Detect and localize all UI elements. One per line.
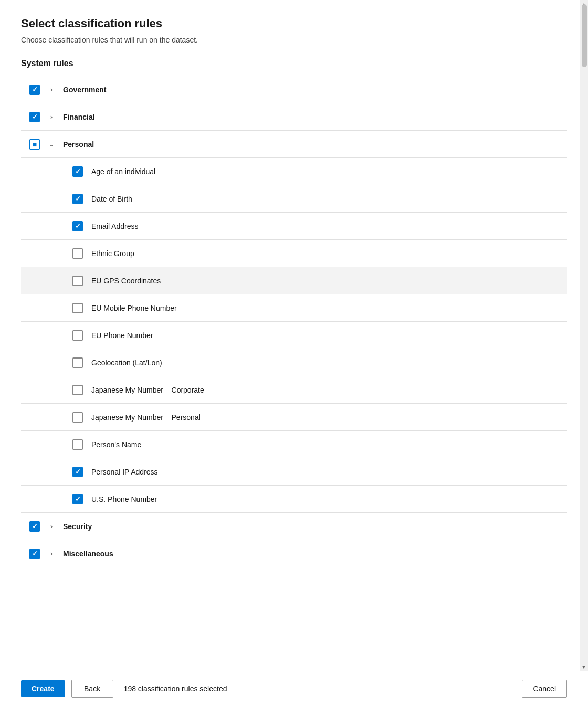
rule-row-personalip[interactable]: ✓ Personal IP Address	[21, 458, 567, 486]
expand-financial-icon[interactable]: ›	[44, 113, 59, 121]
checkbox-personsname-box[interactable]	[72, 439, 83, 450]
back-button[interactable]: Back	[71, 680, 113, 698]
rules-list: ✓ › Government ✓ › Financial	[21, 76, 567, 567]
rule-row-euphone[interactable]: EU Phone Number	[21, 322, 567, 349]
rule-label-euphone: EU Phone Number	[87, 324, 567, 347]
checkmark-financial: ✓	[32, 113, 38, 120]
checkbox-ethnic[interactable]	[68, 248, 87, 259]
rule-row-japanespersonal[interactable]: Japanese My Number – Personal	[21, 404, 567, 431]
rule-row-japanescorp[interactable]: Japanese My Number – Corporate	[21, 376, 567, 404]
rule-label-personal: Personal	[59, 133, 567, 156]
checkbox-government[interactable]: ✓	[25, 85, 44, 95]
rule-row-personsname[interactable]: Person's Name	[21, 431, 567, 458]
rule-row-usphone[interactable]: ✓ U.S. Phone Number	[21, 486, 567, 513]
checkbox-ethnic-box[interactable]	[72, 248, 83, 259]
checkbox-personalip-box[interactable]: ✓	[72, 467, 83, 477]
main-content: ▲ ▼ Select classification rules Choose c…	[0, 0, 588, 671]
rule-label-miscellaneous: Miscellaneous	[59, 542, 567, 565]
section-title: System rules	[21, 59, 567, 68]
checkmark-personalip: ✓	[75, 468, 81, 475]
rule-row-eumobile[interactable]: EU Mobile Phone Number	[21, 294, 567, 322]
checkbox-dob-box[interactable]: ✓	[72, 194, 83, 204]
rule-label-eugps: EU GPS Coordinates	[87, 269, 567, 292]
rule-row-email[interactable]: ✓ Email Address	[21, 213, 567, 240]
checkbox-japanescorp-box[interactable]	[72, 385, 83, 395]
rule-label-government: Government	[59, 78, 567, 101]
rule-row-geolocation[interactable]: Geolocation (Lat/Lon)	[21, 349, 567, 376]
checkmark-age: ✓	[75, 168, 81, 175]
rule-label-ethnic: Ethnic Group	[87, 242, 567, 265]
page-title: Select classification rules	[21, 17, 567, 30]
rule-row-ethnic[interactable]: Ethnic Group	[21, 240, 567, 267]
checkbox-personal-box[interactable]: ■	[29, 139, 40, 150]
checkbox-eugps[interactable]	[68, 276, 87, 286]
rule-label-email: Email Address	[87, 215, 567, 238]
page-container: ▲ ▼ Select classification rules Choose c…	[0, 0, 588, 706]
scrollbar-arrow-down[interactable]: ▼	[580, 662, 588, 671]
checkbox-personsname[interactable]	[68, 439, 87, 450]
checkbox-usphone-box[interactable]: ✓	[72, 494, 83, 504]
rule-label-geolocation: Geolocation (Lat/Lon)	[87, 351, 567, 374]
checkbox-eugps-box[interactable]	[72, 276, 83, 286]
checkmark-government: ✓	[32, 86, 38, 93]
rule-row-security[interactable]: ✓ › Security	[21, 513, 567, 540]
rule-label-security: Security	[59, 515, 567, 538]
checkbox-japanespersonal[interactable]	[68, 412, 87, 423]
checkbox-financial[interactable]: ✓	[25, 112, 44, 122]
checkbox-security[interactable]: ✓	[25, 521, 44, 532]
checkbox-geolocation-box[interactable]	[72, 357, 83, 368]
rule-row-age[interactable]: ✓ Age of an individual	[21, 158, 567, 185]
checkbox-financial-box[interactable]: ✓	[29, 112, 40, 122]
checkbox-security-box[interactable]: ✓	[29, 521, 40, 532]
footer-info-text: 198 classification rules selected	[124, 684, 227, 693]
scrollbar-track[interactable]: ▲ ▼	[580, 0, 588, 671]
rule-row-eugps[interactable]: EU GPS Coordinates	[21, 267, 567, 294]
footer: Create Back 198 classification rules sel…	[0, 671, 588, 706]
checkbox-eumobile-box[interactable]	[72, 303, 83, 313]
expand-government-icon[interactable]: ›	[44, 86, 59, 93]
create-button[interactable]: Create	[21, 680, 65, 697]
rule-label-financial: Financial	[59, 106, 567, 129]
rule-label-dob: Date of Birth	[87, 187, 567, 210]
checkbox-age-box[interactable]: ✓	[72, 166, 83, 177]
rule-label-personalip: Personal IP Address	[87, 460, 567, 483]
checkbox-email-box[interactable]: ✓	[72, 221, 83, 231]
checkbox-japanespersonal-box[interactable]	[72, 412, 83, 423]
scrollbar-thumb[interactable]	[582, 4, 587, 67]
checkmark-personal: ■	[33, 141, 37, 148]
checkbox-personal[interactable]: ■	[25, 139, 44, 150]
rule-row-government[interactable]: ✓ › Government	[21, 76, 567, 103]
rule-row-dob[interactable]: ✓ Date of Birth	[21, 185, 567, 213]
rule-row-financial[interactable]: ✓ › Financial	[21, 103, 567, 131]
rule-label-eumobile: EU Mobile Phone Number	[87, 297, 567, 320]
checkbox-japanescorp[interactable]	[68, 385, 87, 395]
checkmark-security: ✓	[32, 523, 38, 530]
rule-row-personal[interactable]: ■ ⌄ Personal	[21, 131, 567, 158]
checkbox-miscellaneous[interactable]: ✓	[25, 549, 44, 559]
expand-miscellaneous-icon[interactable]: ›	[44, 550, 59, 557]
rule-label-japanescorp: Japanese My Number – Corporate	[87, 378, 567, 402]
rule-row-miscellaneous[interactable]: ✓ › Miscellaneous	[21, 540, 567, 567]
checkbox-miscellaneous-box[interactable]: ✓	[29, 549, 40, 559]
checkbox-personalip[interactable]: ✓	[68, 467, 87, 477]
expand-personal-icon[interactable]: ⌄	[44, 141, 59, 148]
cancel-button[interactable]: Cancel	[522, 680, 567, 698]
checkmark-dob: ✓	[75, 195, 81, 202]
rule-label-personsname: Person's Name	[87, 433, 567, 456]
checkbox-geolocation[interactable]	[68, 357, 87, 368]
expand-security-icon[interactable]: ›	[44, 523, 59, 530]
checkbox-age[interactable]: ✓	[68, 166, 87, 177]
checkmark-email: ✓	[75, 223, 81, 229]
checkbox-dob[interactable]: ✓	[68, 194, 87, 204]
checkbox-euphone[interactable]	[68, 330, 87, 341]
checkbox-euphone-box[interactable]	[72, 330, 83, 341]
page-subtitle: Choose classification rules that will ru…	[21, 36, 567, 44]
checkbox-email[interactable]: ✓	[68, 221, 87, 231]
checkbox-eumobile[interactable]	[68, 303, 87, 313]
rule-label-japanespersonal: Japanese My Number – Personal	[87, 406, 567, 429]
checkbox-government-box[interactable]: ✓	[29, 85, 40, 95]
checkmark-usphone: ✓	[75, 496, 81, 502]
rule-label-age: Age of an individual	[87, 160, 567, 183]
rule-label-usphone: U.S. Phone Number	[87, 488, 567, 511]
checkbox-usphone[interactable]: ✓	[68, 494, 87, 504]
